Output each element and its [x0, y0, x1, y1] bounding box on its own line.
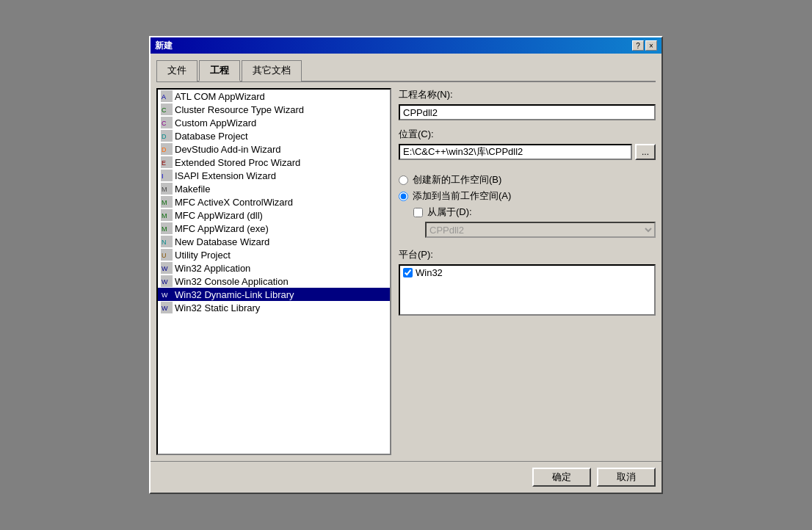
project-name-label: 工程名称(N): — [399, 88, 656, 101]
radio-add-workspace-label: 添加到当前工作空间(A) — [413, 189, 511, 203]
atl-icon: A — [161, 90, 173, 102]
svg-text:C: C — [162, 120, 167, 127]
mfc-dll-icon: M — [161, 209, 173, 221]
list-item[interactable]: M MFC AppWizard (exe) — [158, 222, 390, 235]
list-item[interactable]: U Utility Project — [158, 248, 390, 261]
win32-label: Win32 — [416, 267, 443, 278]
location-row: ... — [399, 144, 656, 160]
tab-bar: 文件 工程 其它文档 — [156, 59, 656, 82]
depends-label: 从属于(D): — [427, 206, 472, 219]
list-item[interactable]: M Makefile — [158, 182, 390, 195]
makefile-icon: M — [161, 183, 173, 195]
right-panel: 工程名称(N): 位置(C): ... 创建新的工作空间(B) — [399, 88, 656, 455]
list-item[interactable]: I ISAPI Extension Wizard — [158, 169, 390, 182]
list-item[interactable]: C Cluster Resource Type Wizard — [158, 103, 390, 116]
win32-app-icon: W — [161, 262, 173, 274]
ext-icon: E — [161, 156, 173, 168]
svg-text:U: U — [162, 252, 167, 259]
cluster-icon: C — [161, 104, 173, 115]
dialog-body: 文件 工程 其它文档 A ATL COM AppWizard C Cluster… — [151, 54, 661, 461]
svg-text:M: M — [162, 186, 167, 193]
radio-new-workspace-row: 创建新的工作空间(B) — [399, 173, 656, 186]
list-item[interactable]: C Custom AppWizard — [158, 116, 390, 129]
platform-list: Win32 — [399, 264, 656, 316]
new-dialog: 新建 ? × 文件 工程 其它文档 A ATL COM AppWizard — [149, 36, 663, 494]
win32-static-icon: W — [161, 302, 173, 313]
list-item[interactable]: N New Database Wizard — [158, 235, 390, 248]
radio-add-workspace[interactable] — [399, 192, 408, 201]
browse-button[interactable]: ... — [635, 144, 656, 160]
svg-text:W: W — [162, 265, 168, 272]
content-area: A ATL COM AppWizard C Cluster Resource T… — [156, 88, 656, 455]
list-item[interactable]: D DevStudio Add-in Wizard — [158, 142, 390, 156]
mfc-activex-icon: M — [161, 196, 173, 208]
platform-label: 平台(P): — [399, 248, 656, 261]
svg-text:M: M — [162, 199, 167, 206]
list-item[interactable]: M MFC ActiveX ControlWizard — [158, 195, 390, 208]
title-bar-buttons: ? × — [632, 40, 657, 51]
workspace-radio-group: 创建新的工作空间(B) 添加到当前工作空间(A) 从属于(D): CPPdll2 — [399, 173, 656, 238]
help-button[interactable]: ? — [632, 40, 644, 51]
win32-console-icon: W — [161, 275, 173, 287]
mfc-exe-icon: M — [161, 222, 173, 234]
platform-item: Win32 — [403, 267, 651, 278]
radio-add-workspace-row: 添加到当前工作空间(A) — [399, 189, 656, 203]
list-item[interactable]: A ATL COM AppWizard — [158, 90, 390, 103]
svg-text:W: W — [162, 278, 168, 286]
platform-group: 平台(P): Win32 — [399, 248, 656, 316]
dropdown-row: CPPdll2 — [425, 222, 656, 238]
svg-text:W: W — [162, 291, 168, 299]
svg-text:E: E — [162, 159, 166, 167]
svg-text:I: I — [162, 173, 164, 180]
svg-text:D: D — [162, 146, 167, 153]
svg-text:C: C — [162, 106, 167, 114]
database-icon: D — [161, 130, 173, 142]
list-item[interactable]: W Win32 Console Application — [158, 275, 390, 288]
svg-text:W: W — [162, 305, 168, 312]
list-item[interactable]: E Extended Stored Proc Wizard — [158, 156, 390, 169]
list-item[interactable]: W Win32 Static Library — [158, 301, 390, 314]
win32-dll-icon: W — [161, 288, 173, 300]
list-item[interactable]: D Database Project — [158, 129, 390, 142]
cancel-button[interactable]: 取消 — [597, 468, 656, 487]
dialog-title: 新建 — [155, 40, 173, 52]
devstudio-icon: D — [161, 143, 173, 155]
ok-button[interactable]: 确定 — [532, 468, 591, 487]
depends-checkbox[interactable] — [413, 208, 423, 217]
project-list[interactable]: A ATL COM AppWizard C Cluster Resource T… — [156, 88, 391, 455]
dialog-footer: 确定 取消 — [151, 461, 661, 493]
project-name-input[interactable] — [399, 104, 656, 120]
radio-new-workspace-label: 创建新的工作空间(B) — [413, 173, 501, 186]
isapi-icon: I — [161, 170, 173, 181]
list-item[interactable]: W Win32 Application — [158, 261, 390, 275]
svg-text:M: M — [162, 225, 167, 233]
list-item[interactable]: M MFC AppWizard (dll) — [158, 208, 390, 222]
location-input[interactable] — [399, 144, 632, 160]
title-bar: 新建 ? × — [151, 37, 661, 54]
svg-text:D: D — [162, 133, 167, 140]
new-db-icon: N — [161, 236, 173, 247]
depends-checkbox-row: 从属于(D): — [413, 206, 656, 219]
location-label: 位置(C): — [399, 128, 656, 141]
utility-icon: U — [161, 249, 173, 261]
radio-new-workspace[interactable] — [399, 175, 408, 185]
workspace-dropdown[interactable]: CPPdll2 — [425, 222, 656, 238]
list-item-selected[interactable]: W Win32 Dynamic-Link Library — [158, 288, 390, 301]
svg-text:A: A — [162, 93, 166, 101]
svg-text:N: N — [162, 239, 167, 246]
tab-file[interactable]: 文件 — [156, 60, 197, 81]
svg-text:M: M — [162, 212, 167, 219]
close-button[interactable]: × — [645, 40, 657, 51]
win32-checkbox[interactable] — [403, 268, 413, 277]
tab-other[interactable]: 其它文档 — [242, 60, 302, 81]
location-group: 位置(C): ... — [399, 128, 656, 160]
tab-project[interactable]: 工程 — [199, 60, 240, 81]
custom-icon: C — [161, 117, 173, 128]
project-name-group: 工程名称(N): — [399, 88, 656, 120]
